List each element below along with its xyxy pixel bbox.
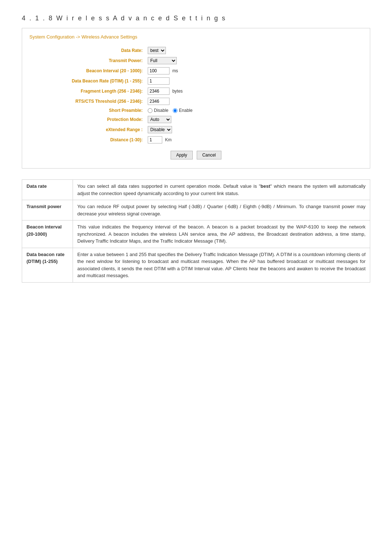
radio-text-enable: Enable <box>179 108 192 113</box>
label-data-beacon-rate: Data Beacon Rate (DTIM) (1 - 255): <box>29 76 146 86</box>
input-beacon-interval[interactable] <box>148 67 170 74</box>
desc-row-data-beacon-rate: Data beacon rate(DTIM) (1-255) Enter a v… <box>22 248 370 282</box>
cancel-button[interactable]: Cancel <box>197 151 221 159</box>
unit-distance: Km <box>165 137 172 142</box>
radio-group-short-preamble: Disable Enable <box>148 108 360 113</box>
field-rts-cts-threshold: RTS/CTS Threshold (256 - 2346): <box>29 96 363 106</box>
field-short-preamble: Short Preamble: Disable Enable <box>29 106 363 114</box>
desc-term-transmit-power: Transmit power <box>22 200 73 220</box>
desc-detail-beacon-interval: This value indicates the frequency inter… <box>73 220 370 248</box>
bold-best: best <box>261 183 270 189</box>
radio-enable[interactable] <box>173 108 177 113</box>
label-data-rate: Data Rate: <box>29 45 146 56</box>
desc-row-beacon-interval: Beacon interval(20-1000) This value indi… <box>22 220 370 248</box>
field-distance: Distance (1-30): Km <box>29 135 363 145</box>
radio-text-disable: Disable <box>154 108 168 113</box>
desc-row-transmit-power: Transmit power You can reduce RF output … <box>22 200 370 220</box>
select-data-rate[interactable]: best auto 125.511 691218 24364854 <box>148 47 166 54</box>
apply-button[interactable]: Apply <box>171 151 192 159</box>
field-protection-mode: Protection Mode: Auto None Always <box>29 114 363 125</box>
input-distance[interactable] <box>148 136 162 143</box>
label-transmit-power: Transmit Power: <box>29 56 146 66</box>
settings-form: Data Rate: best auto 125.511 691218 2436… <box>29 45 363 145</box>
label-fragment-length: Fragment Length (256 - 2346): <box>29 86 146 96</box>
input-rts-cts-threshold[interactable] <box>148 98 170 105</box>
desc-detail-data-beacon-rate: Enter a value between 1 and 255 that spe… <box>73 248 370 282</box>
input-data-beacon-rate[interactable] <box>148 77 170 85</box>
field-transmit-power: Transmit Power: Full Half Quarter Eighth… <box>29 56 363 66</box>
config-panel: System Configuration -> Wireless Advance… <box>22 28 370 169</box>
select-transmit-power[interactable]: Full Half Quarter Eighth Minimum <box>148 57 177 64</box>
label-short-preamble: Short Preamble: <box>29 106 146 114</box>
label-distance: Distance (1-30): <box>29 135 146 145</box>
label-extended-range: eXtended Range : <box>29 125 146 135</box>
page-title: 4 . 1 . 8 W i r e l e s s A d v a n c e … <box>22 15 370 22</box>
desc-row-data-rate: Data rate You can select all data rates … <box>22 180 370 200</box>
select-protection-mode[interactable]: Auto None Always <box>148 116 171 123</box>
desc-detail-transmit-power: You can reduce RF output power by select… <box>73 200 370 220</box>
radio-label-enable[interactable]: Enable <box>173 108 192 113</box>
select-extended-range[interactable]: Disable Enable <box>148 126 172 133</box>
desc-detail-data-rate: You can select all data rates supported … <box>73 180 370 200</box>
desc-term-beacon-interval: Beacon interval(20-1000) <box>22 220 73 248</box>
button-row: Apply Cancel <box>29 151 363 159</box>
radio-disable[interactable] <box>148 108 152 113</box>
field-data-rate: Data Rate: best auto 125.511 691218 2436… <box>29 45 363 56</box>
label-beacon-interval: Beacon Interval (20 - 1000): <box>29 66 146 76</box>
desc-term-data-rate: Data rate <box>22 180 73 200</box>
label-protection-mode: Protection Mode: <box>29 114 146 125</box>
label-rts-cts-threshold: RTS/CTS Threshold (256 - 2346): <box>29 96 146 106</box>
field-fragment-length: Fragment Length (256 - 2346): bytes <box>29 86 363 96</box>
unit-fragment-length: bytes <box>172 89 183 94</box>
unit-beacon-interval: ms <box>172 68 178 73</box>
field-extended-range: eXtended Range : Disable Enable <box>29 125 363 135</box>
description-table: Data rate You can select all data rates … <box>22 179 370 283</box>
config-box-title: System Configuration -> Wireless Advance… <box>29 34 363 40</box>
desc-term-data-beacon-rate: Data beacon rate(DTIM) (1-255) <box>22 248 73 282</box>
radio-label-disable[interactable]: Disable <box>148 108 168 113</box>
field-data-beacon-rate: Data Beacon Rate (DTIM) (1 - 255): <box>29 76 363 86</box>
input-fragment-length[interactable] <box>148 88 170 95</box>
field-beacon-interval: Beacon Interval (20 - 1000): ms <box>29 66 363 76</box>
